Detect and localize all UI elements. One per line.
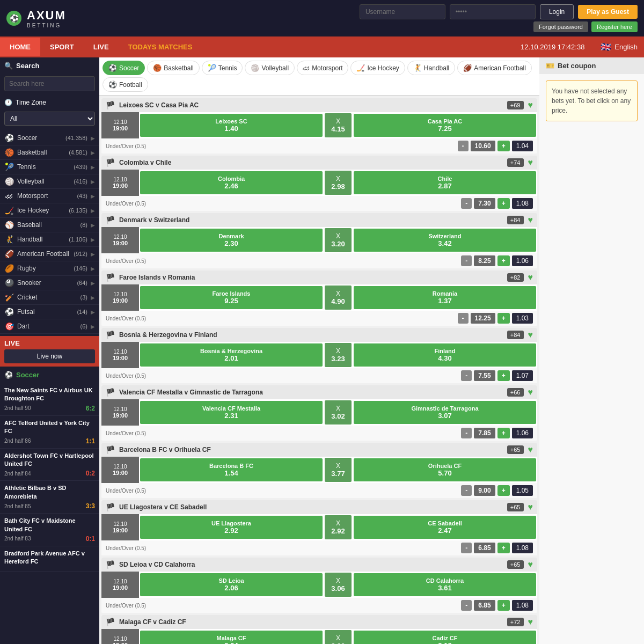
draw-button[interactable]: X 3.23	[325, 343, 352, 367]
favorite-icon[interactable]: ♥	[528, 158, 533, 167]
team1-button[interactable]: Bosnia & Herzegovina 2.01	[140, 343, 323, 367]
live-match-item[interactable]: Bath City FC v Maidstone United FC 2nd h…	[0, 514, 99, 546]
team1-button[interactable]: Leixoes SC 1.40	[140, 114, 323, 137]
live-match-item[interactable]: The New Saints FC v Airbus UK Broughton …	[0, 383, 99, 416]
sidebar-sport-item[interactable]: ⚽ Soccer (41.358) ▶	[0, 131, 99, 145]
password-input[interactable]	[450, 4, 536, 19]
team1-button[interactable]: Barcelona B FC 1.54	[140, 458, 323, 481]
draw-button[interactable]: X 2.90	[325, 630, 352, 644]
match-more-button[interactable]: +66	[507, 388, 524, 397]
team2-button[interactable]: Cadiz CF 2.12	[354, 631, 536, 644]
nav-lang[interactable]: 🇬🇧 English	[594, 36, 644, 57]
match-more-button[interactable]: +65	[507, 560, 524, 569]
live-match-item[interactable]: Aldershot Town FC v Hartlepool United FC…	[0, 449, 99, 481]
favorite-icon[interactable]: ♥	[528, 445, 533, 455]
username-input[interactable]	[360, 4, 445, 19]
sidebar-sport-item[interactable]: 🎱 Snooker (64) ▶	[0, 276, 99, 290]
team1-button[interactable]: Valencia CF Mestalla 2.31	[140, 401, 323, 424]
match-more-button[interactable]: +69	[507, 101, 524, 109]
uo-plus-button[interactable]: +	[497, 485, 510, 496]
draw-button[interactable]: X 3.20	[325, 228, 352, 252]
favorite-icon[interactable]: ♥	[528, 330, 533, 340]
favorite-icon[interactable]: ♥	[528, 215, 533, 225]
sidebar-sport-item[interactable]: ⚾ Baseball (8) ▶	[0, 218, 99, 232]
nav-sport[interactable]: SPORT	[40, 38, 84, 56]
nav-home[interactable]: HOME	[0, 38, 40, 56]
draw-button[interactable]: X 4.15	[325, 113, 352, 137]
team1-button[interactable]: UE Llagostera 2.92	[140, 516, 323, 539]
sport-tab-ice-hockey[interactable]: 🏒 Ice Hockey	[350, 61, 405, 75]
uo-plus-button[interactable]: +	[497, 543, 510, 553]
sport-tab-handball[interactable]: 🤾 Handball	[407, 61, 455, 75]
team2-button[interactable]: Orihuela CF 5.70	[354, 458, 536, 481]
team1-button[interactable]: Colombia 2.46	[140, 171, 323, 194]
sidebar-sport-item[interactable]: 🤾 Handball (1.106) ▶	[0, 232, 99, 247]
uo-plus-button[interactable]: +	[497, 600, 510, 611]
uo-plus-button[interactable]: +	[497, 255, 510, 266]
uo-plus-button[interactable]: +	[497, 428, 510, 438]
team1-button[interactable]: SD Leioa 2.06	[140, 573, 323, 596]
draw-button[interactable]: X 2.92	[325, 515, 352, 539]
login-button[interactable]: Login	[540, 4, 574, 19]
match-more-button[interactable]: +82	[507, 273, 524, 282]
search-input[interactable]	[4, 76, 95, 91]
uo-plus-button[interactable]: +	[497, 313, 510, 324]
team2-button[interactable]: Chile 2.87	[354, 171, 536, 194]
sport-tab-basketball[interactable]: 🏀 Basketball	[147, 61, 199, 75]
sidebar-sport-item[interactable]: 🏎 Motorsport (43) ▶	[0, 189, 99, 203]
uo-minus-button[interactable]: -	[461, 485, 472, 496]
sidebar-sport-item[interactable]: 🏈 American Football (912) ▶	[0, 247, 99, 261]
sidebar-sport-item[interactable]: 🏏 Cricket (3) ▶	[0, 290, 99, 305]
sport-tab-american-football[interactable]: 🏈 American Football	[457, 61, 532, 75]
favorite-icon[interactable]: ♥	[528, 273, 533, 282]
match-more-button[interactable]: +72	[507, 618, 524, 626]
match-more-button[interactable]: +65	[507, 503, 524, 511]
sidebar-sport-item[interactable]: 🏉 Rugby (146) ▶	[0, 261, 99, 276]
team2-button[interactable]: Finland 4.30	[354, 343, 536, 367]
uo-minus-button[interactable]: -	[461, 543, 472, 553]
register-button[interactable]: Register here	[591, 21, 638, 32]
favorite-icon[interactable]: ♥	[528, 502, 533, 512]
sidebar-sport-item[interactable]: 🎾 Tennis (439) ▶	[0, 160, 99, 174]
match-more-button[interactable]: +65	[507, 445, 524, 454]
uo-minus-button[interactable]: -	[461, 428, 472, 438]
sport-tab-football[interactable]: ⚽ Football	[103, 77, 148, 92]
sidebar-sport-item[interactable]: ⚽ Futsal (14) ▶	[0, 305, 99, 319]
team2-button[interactable]: Switzerland 3.42	[354, 229, 536, 252]
uo-minus-button[interactable]: -	[461, 198, 472, 209]
draw-button[interactable]: X 3.02	[325, 400, 352, 425]
draw-button[interactable]: X 3.77	[325, 458, 352, 482]
guest-button[interactable]: Play as Guest	[578, 5, 638, 19]
nav-live[interactable]: LIVE	[84, 38, 119, 56]
sport-tab-volleyball[interactable]: 🏐 Volleyball	[245, 61, 295, 75]
favorite-icon[interactable]: ♥	[528, 100, 533, 110]
uo-minus-button[interactable]: -	[458, 313, 469, 324]
uo-plus-button[interactable]: +	[497, 141, 510, 151]
team2-button[interactable]: CD Calahorra 3.61	[354, 573, 536, 596]
sport-tab-soccer[interactable]: ⚽ Soccer	[103, 61, 145, 75]
favorite-icon[interactable]: ♥	[528, 617, 533, 627]
uo-minus-button[interactable]: -	[461, 255, 472, 266]
uo-plus-button[interactable]: +	[497, 198, 510, 209]
sidebar-sport-item[interactable]: 🏐 Volleyball (416) ▶	[0, 174, 99, 189]
favorite-icon[interactable]: ♥	[528, 560, 533, 569]
uo-minus-button[interactable]: -	[461, 600, 472, 611]
team2-button[interactable]: Romania 1.37	[354, 286, 536, 309]
draw-button[interactable]: X 3.06	[325, 573, 352, 597]
nav-todays[interactable]: TODAYS MATCHES	[119, 38, 202, 56]
favorite-icon[interactable]: ♥	[528, 387, 533, 397]
live-match-item[interactable]: Bradford Park Avenue AFC v Hereford FC	[0, 546, 99, 572]
draw-button[interactable]: X 2.98	[325, 171, 352, 195]
team2-button[interactable]: CE Sabadell 2.47	[354, 516, 536, 539]
uo-minus-button[interactable]: -	[458, 141, 469, 151]
team2-button[interactable]: Casa Pia AC 7.25	[354, 114, 536, 137]
draw-button[interactable]: X 4.90	[325, 286, 352, 310]
live-match-item[interactable]: AFC Telford United v York City FC 2nd ha…	[0, 416, 99, 449]
live-now-button[interactable]: Live now	[4, 349, 95, 363]
sport-tab-tennis[interactable]: 🎾 Tennis	[202, 61, 243, 75]
sidebar-sport-item[interactable]: 🏒 Ice Hockey (6.135) ▶	[0, 203, 99, 218]
team1-button[interactable]: Denmark 2.30	[140, 229, 323, 252]
team1-button[interactable]: Malaga CF 3.94	[140, 631, 323, 644]
match-more-button[interactable]: +74	[507, 158, 524, 167]
team2-button[interactable]: Gimnastic de Tarragona 3.07	[354, 401, 536, 424]
